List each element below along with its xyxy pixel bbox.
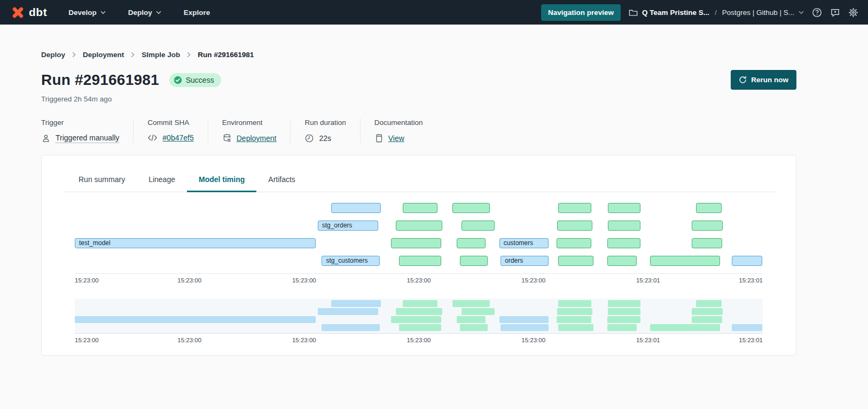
tab-lineage[interactable]: Lineage xyxy=(137,169,187,192)
gantt-bar-orders[interactable]: orders xyxy=(501,256,549,266)
status-badge: Success xyxy=(169,73,221,87)
navigation-preview-button[interactable]: Navigation preview xyxy=(541,4,621,21)
rerun-now-button[interactable]: Rerun now xyxy=(731,70,796,90)
breadcrumb: Deploy Deployment SImple Job Run #291661… xyxy=(41,51,868,59)
nav-item-explore[interactable]: Explore xyxy=(184,9,210,17)
minimap-bar xyxy=(322,324,379,331)
project-switcher[interactable]: Q Team Pristine S... / Postgres | Github… xyxy=(629,9,804,17)
feedback-icon[interactable] xyxy=(830,7,840,18)
dbt-logo[interactable]: dbt xyxy=(11,5,47,20)
meta-label: Run duration xyxy=(304,119,346,127)
minimap-row xyxy=(75,300,763,307)
gantt-bar-customers[interactable]: customers xyxy=(499,238,549,248)
axis-tick: 15:23:00 xyxy=(521,277,545,284)
run-metadata: Trigger Triggered manually Commit SHA #0… xyxy=(41,119,868,143)
gantt-bar[interactable] xyxy=(558,256,593,266)
gantt-bar[interactable] xyxy=(452,203,490,213)
axis-tick: 15:23:00 xyxy=(292,277,316,284)
environment-link[interactable]: Deployment xyxy=(237,134,277,143)
code-icon xyxy=(147,133,158,142)
axis-tick: 15:23:01 xyxy=(636,277,660,284)
gantt-rows: stg_orderstest_modelcustomersstg_custome… xyxy=(75,203,763,266)
gantt-bar[interactable] xyxy=(732,256,762,266)
settings-gear-icon[interactable] xyxy=(848,7,858,18)
tab-artifacts[interactable]: Artifacts xyxy=(256,169,307,192)
gantt-bar-stg_orders[interactable]: stg_orders xyxy=(318,221,378,231)
commit-sha-link[interactable]: #0b47ef5 xyxy=(162,133,193,142)
help-icon[interactable] xyxy=(812,7,822,18)
axis-tick: 15:23:00 xyxy=(177,277,201,284)
axis-tick: 15:23:00 xyxy=(292,337,316,343)
meta-label: Commit SHA xyxy=(147,119,193,127)
meta-documentation: Documentation View xyxy=(361,119,437,143)
account-project-separator: / xyxy=(714,9,718,17)
documentation-view-link[interactable]: View xyxy=(388,134,404,143)
trigger-value[interactable]: Triggered manually xyxy=(56,133,119,143)
minimap-time-axis: 15:23:0015:23:0015:23:0015:23:0015:23:00… xyxy=(75,333,763,347)
meta-label: Documentation xyxy=(374,119,423,127)
gantt-row: stg_customersorders xyxy=(75,256,763,266)
gantt-row: stg_orders xyxy=(75,221,763,231)
gantt-bar[interactable] xyxy=(692,221,723,231)
gantt-bar[interactable] xyxy=(608,203,640,213)
minimap-bar xyxy=(457,316,486,323)
gantt-bar[interactable] xyxy=(396,221,442,231)
minimap-bar xyxy=(403,300,437,307)
person-icon xyxy=(41,133,51,143)
refresh-icon xyxy=(739,76,747,84)
gantt-bar[interactable] xyxy=(460,256,488,266)
chevron-down-icon xyxy=(100,11,106,14)
minimap-bar xyxy=(696,300,722,307)
minimap-bar xyxy=(607,316,640,323)
chevron-down-icon xyxy=(156,11,161,14)
gantt-bar[interactable] xyxy=(462,221,495,231)
minimap-row xyxy=(75,308,763,315)
run-tabs: Run summary Lineage Model timing Artifac… xyxy=(62,169,775,192)
page-title: Run #291661981 xyxy=(41,72,159,89)
nav-item-develop[interactable]: Develop xyxy=(68,9,106,17)
brand-name: dbt xyxy=(29,6,47,19)
gantt-row: test_modelcustomers xyxy=(75,238,763,248)
gantt-bar[interactable] xyxy=(557,238,592,248)
chevron-right-icon xyxy=(72,52,76,58)
gantt-bar[interactable] xyxy=(403,203,437,213)
gantt-bar-stg_customers[interactable]: stg_customers xyxy=(322,256,379,266)
axis-tick: 15:23:00 xyxy=(177,337,201,343)
gantt-bar[interactable] xyxy=(457,238,486,248)
run-detail-card: Run summary Lineage Model timing Artifac… xyxy=(41,155,796,356)
gantt-bar[interactable] xyxy=(331,203,381,213)
main-nav: Develop Deploy Explore xyxy=(68,9,210,17)
page-header: Run #291661981 Success Rerun now xyxy=(41,70,796,90)
triggered-timestamp: Triggered 2h 54m ago xyxy=(41,95,868,103)
clock-icon xyxy=(304,133,314,143)
tab-run-summary[interactable]: Run summary xyxy=(67,169,137,192)
gantt-bar[interactable] xyxy=(391,238,441,248)
axis-tick: 15:23:00 xyxy=(75,277,99,284)
gantt-bar[interactable] xyxy=(399,256,442,266)
gantt-bar[interactable] xyxy=(607,256,637,266)
gantt-row xyxy=(75,203,763,213)
gantt-bar[interactable] xyxy=(696,203,722,213)
minimap-bar xyxy=(75,316,316,323)
breadcrumb-deploy[interactable]: Deploy xyxy=(41,51,65,59)
gantt-bar-test_model[interactable]: test_model xyxy=(75,238,316,248)
minimap-row xyxy=(75,324,763,331)
run-detail-page: Deploy Deployment SImple Job Run #291661… xyxy=(0,51,868,356)
tab-model-timing[interactable]: Model timing xyxy=(187,169,256,192)
axis-tick: 15:23:00 xyxy=(407,337,431,343)
breadcrumb-deployment[interactable]: Deployment xyxy=(83,51,124,59)
minimap-bar xyxy=(460,324,488,331)
chevron-down-icon xyxy=(799,11,804,14)
nav-item-deploy[interactable]: Deploy xyxy=(128,9,161,17)
breadcrumb-job[interactable]: SImple Job xyxy=(142,51,180,59)
gantt-bar[interactable] xyxy=(650,256,720,266)
gantt-bar[interactable] xyxy=(692,238,722,248)
gantt-bar[interactable] xyxy=(557,221,592,231)
gantt-bar[interactable] xyxy=(558,203,591,213)
gantt-bar[interactable] xyxy=(608,221,640,231)
timeline-minimap-brush[interactable] xyxy=(75,298,763,333)
chevron-right-icon xyxy=(131,52,135,58)
minimap-bar xyxy=(692,308,723,315)
status-badge-label: Success xyxy=(186,76,214,84)
gantt-bar[interactable] xyxy=(607,238,640,248)
